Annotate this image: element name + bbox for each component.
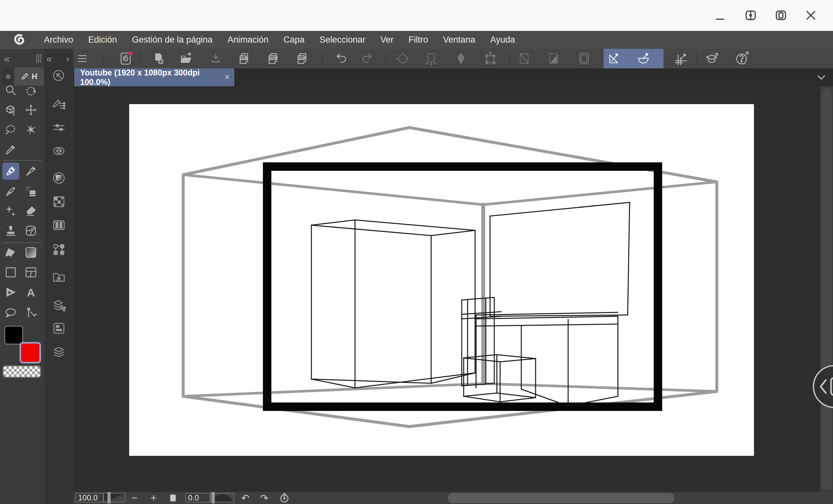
- document-page[interactable]: [129, 104, 754, 456]
- quick-access-panel-button[interactable]: [52, 69, 66, 83]
- brush-tool[interactable]: [2, 183, 19, 200]
- color-mix-panel-button[interactable]: [52, 242, 66, 257]
- subtool-panel-button[interactable]: [52, 98, 66, 112]
- clear-button[interactable]: [394, 49, 412, 68]
- airbrush-tool[interactable]: [22, 183, 39, 200]
- material-panel-button[interactable]: [52, 270, 66, 284]
- menu-capa[interactable]: Capa: [276, 31, 312, 49]
- new-file-button[interactable]: [149, 49, 168, 68]
- transparent-color-swatch[interactable]: [3, 365, 41, 378]
- transform-button[interactable]: [481, 49, 499, 68]
- collapse-subpalette-icon[interactable]: «: [46, 49, 52, 68]
- main-menu-button[interactable]: [73, 49, 91, 68]
- shape-tool[interactable]: [2, 264, 19, 281]
- fountain-pen-tool[interactable]: [22, 163, 39, 179]
- rotation-slider[interactable]: [210, 493, 234, 502]
- deselect-button[interactable]: [515, 49, 533, 68]
- zoom-value-input[interactable]: 100.0: [75, 493, 103, 502]
- open-file-button[interactable]: [177, 49, 195, 68]
- eraser-tool[interactable]: [22, 202, 39, 219]
- zoom-slider-handle[interactable]: [108, 492, 111, 503]
- redo-button[interactable]: [358, 49, 377, 68]
- reset-view-button[interactable]: [277, 492, 292, 504]
- pen-tool-selected[interactable]: [2, 163, 19, 179]
- export-jpg-button[interactable]: jpg: [236, 49, 254, 68]
- horizontal-scrollbar-thumb[interactable]: [448, 493, 674, 503]
- blend-tool[interactable]: [2, 222, 19, 239]
- selection-border-button[interactable]: [575, 49, 593, 68]
- sub-color-swatch-selected[interactable]: [20, 342, 41, 363]
- navigator-panel-button[interactable]: [52, 298, 66, 313]
- split-screen-button[interactable]: [743, 8, 758, 23]
- move-tool[interactable]: [22, 101, 39, 118]
- object-tool[interactable]: [2, 101, 19, 118]
- gradient-tool[interactable]: [22, 244, 39, 261]
- rotation-value-input[interactable]: 0.0: [186, 493, 210, 502]
- menu-gestion-pagina[interactable]: Gestión de la página: [125, 31, 220, 49]
- rotate-canvas-icon: [24, 84, 38, 97]
- invert-selection-button[interactable]: [544, 49, 563, 68]
- liquify-tool[interactable]: [22, 222, 39, 239]
- balloon-tool[interactable]: [2, 304, 19, 321]
- tab-list-button[interactable]: [816, 72, 827, 82]
- tutorial-button[interactable]: [703, 49, 721, 68]
- menu-archivo[interactable]: Archivo: [37, 31, 81, 49]
- clear-outside-selection-button[interactable]: [422, 49, 440, 68]
- magic-wand-tool[interactable]: [22, 121, 39, 138]
- menu-ventana[interactable]: Ventana: [436, 31, 483, 49]
- rotate-screen-button[interactable]: [774, 8, 788, 23]
- menu-ver[interactable]: Ver: [373, 31, 401, 49]
- close-window-button[interactable]: [803, 8, 818, 23]
- text-tool[interactable]: A: [22, 284, 39, 301]
- close-tab-icon[interactable]: ×: [224, 72, 230, 82]
- export-psd-button[interactable]: psd: [293, 49, 312, 68]
- snap-to-special-ruler-button[interactable]: [634, 49, 652, 68]
- ruler-tool[interactable]: [2, 284, 19, 301]
- expand-subpalette-icon[interactable]: ›: [66, 49, 70, 68]
- document-tab[interactable]: Youtube (1920 x 1080px 300dpi 100.0%) ×: [74, 68, 234, 86]
- fill-tool[interactable]: [2, 244, 19, 261]
- frame-border-tool[interactable]: [22, 264, 39, 281]
- fit-to-screen-button[interactable]: [167, 492, 178, 504]
- snap-to-ruler-button[interactable]: [605, 49, 623, 68]
- decoration-tool[interactable]: [2, 202, 19, 219]
- color-panel-button[interactable]: [52, 171, 66, 185]
- zoom-in-button[interactable]: +: [147, 492, 160, 504]
- line-correction-tool[interactable]: [22, 304, 39, 321]
- fill-selection-button[interactable]: [452, 49, 470, 68]
- layers-panel-button[interactable]: [52, 345, 66, 359]
- menu-filtro[interactable]: Filtro: [401, 31, 436, 49]
- help-button[interactable]: [733, 49, 751, 68]
- vertical-scrollbar[interactable]: [820, 86, 833, 492]
- save-button[interactable]: [207, 49, 225, 68]
- lasso-select-tool[interactable]: [2, 121, 19, 138]
- rotate-view-tool[interactable]: [22, 82, 39, 99]
- clip-studio-home-button[interactable]: [117, 49, 135, 68]
- main-color-swatch[interactable]: [4, 326, 23, 344]
- export-png-button[interactable]: png: [265, 49, 283, 68]
- brush-size-panel-button[interactable]: [52, 144, 66, 158]
- undo-button[interactable]: [332, 49, 350, 68]
- menu-seleccionar[interactable]: Seleccionar: [312, 31, 373, 49]
- rotation-slider-handle[interactable]: [212, 492, 215, 503]
- minimize-button[interactable]: [713, 8, 728, 23]
- eyedropper-tool[interactable]: [2, 141, 19, 158]
- object-cube-icon: [4, 103, 17, 117]
- rotate-ccw-button[interactable]: ↶: [239, 492, 252, 504]
- vertical-scrollbar-thumb[interactable]: [822, 88, 832, 490]
- layer-property-panel-button[interactable]: [52, 321, 66, 335]
- zoom-tool[interactable]: [2, 82, 19, 99]
- canvas-workspace[interactable]: [73, 86, 820, 492]
- collapse-palette-icon[interactable]: «: [4, 49, 10, 68]
- tool-property-panel-button[interactable]: [52, 120, 66, 135]
- timeline-panel-button[interactable]: [52, 218, 66, 232]
- pattern-panel-button[interactable]: [52, 195, 66, 209]
- grip-icon[interactable]: [37, 54, 41, 63]
- rotate-cw-button[interactable]: ↷: [257, 492, 271, 504]
- menu-animacion[interactable]: Animación: [220, 31, 276, 49]
- menu-edicion[interactable]: Edición: [81, 31, 125, 49]
- zoom-out-button[interactable]: −: [128, 492, 141, 504]
- snap-to-grid-button[interactable]: [672, 49, 690, 68]
- menu-ayuda[interactable]: Ayuda: [483, 31, 523, 49]
- zoom-slider[interactable]: [103, 493, 126, 502]
